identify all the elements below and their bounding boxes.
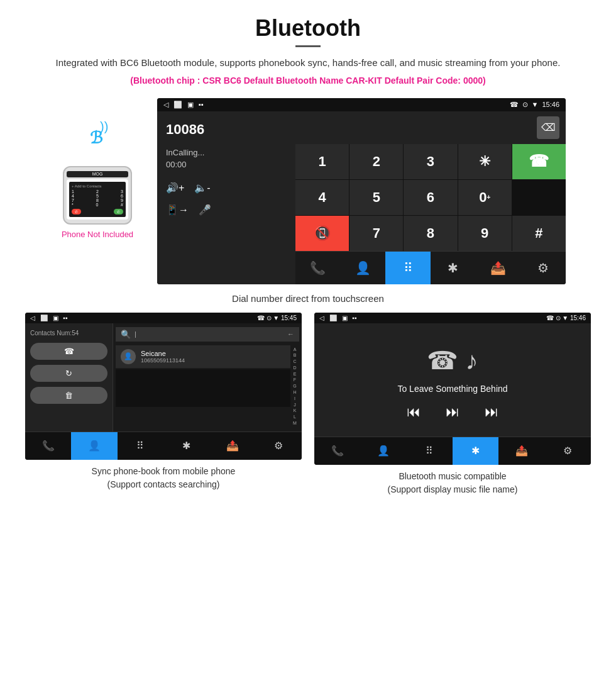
ms-time: ☎ ⊙ ▼ 15:46	[546, 315, 586, 321]
key-9[interactable]: 9	[458, 216, 512, 251]
key-6[interactable]: 6	[404, 180, 457, 215]
alpha-scroll-list: A B C D E F G H I J K L M	[290, 345, 299, 428]
ct-nav-transfer[interactable]: 📤	[209, 432, 255, 460]
contacts-status-left: ◁ ⬜ ▣ ▪▪	[30, 315, 67, 321]
music-caption-line1: Bluetooth music compatible	[399, 471, 506, 481]
volume-up-icon[interactable]: 🔊+	[166, 182, 184, 194]
ms-recents-icon: ▣	[342, 315, 348, 321]
ms-home-icon: ⬜	[329, 315, 337, 321]
keypad-display	[302, 117, 532, 138]
next-track-button[interactable]: ⏭	[485, 404, 498, 420]
call-timer: 00:00	[166, 160, 287, 169]
contacts-sidebar: Contacts Num:54 ☎ ↻ 🗑	[25, 323, 113, 432]
ms-nav-bluetooth[interactable]: ✱	[453, 437, 498, 465]
status-left: ◁ ⬜ ▣ ▪▪	[163, 101, 204, 109]
bottom-screens-section: ◁ ⬜ ▣ ▪▪ ☎ ⊙ ▼ 15:45 Contacts Num:54 ☎ ↻…	[0, 313, 616, 508]
contacts-status-bar: ◁ ⬜ ▣ ▪▪ ☎ ⊙ ▼ 15:45	[25, 313, 302, 323]
music-status-left: ◁ ⬜ ▣ ▪▪	[319, 315, 356, 321]
ms-nav-transfer[interactable]: 📤	[498, 437, 544, 465]
delete-action-button[interactable]: 🗑	[30, 387, 107, 404]
ms-nav-contacts[interactable]: 👤	[360, 437, 406, 465]
dial-left-panel: 10086 InCalling... 00:00 🔊+ 🔈- 📱→ 🎤	[157, 111, 295, 284]
notification-icons: ▪▪	[199, 101, 204, 108]
call-action-button[interactable]: ☎	[30, 343, 107, 360]
page-title: Bluetooth	[38, 15, 578, 42]
music-status-bar: ◁ ⬜ ▣ ▪▪ ☎ ⊙ ▼ 15:46	[314, 313, 591, 323]
contacts-list-empty	[116, 369, 290, 407]
nav-recent-calls[interactable]: 📞	[295, 252, 341, 284]
prev-track-button[interactable]: ⏮	[407, 404, 421, 420]
key-1[interactable]: 1	[295, 144, 349, 179]
phone-not-included-label: Phone Not Included	[62, 230, 133, 239]
key-2[interactable]: 2	[349, 144, 403, 179]
transfer-icon[interactable]: 📱→	[166, 204, 189, 216]
title-underline	[295, 45, 321, 47]
key-7[interactable]: 7	[349, 216, 403, 251]
location-icon: ⊙	[522, 101, 528, 109]
key-5[interactable]: 5	[349, 180, 403, 215]
contact-info: Seicane 10655059113144	[141, 350, 285, 364]
call-end-button[interactable]: 📵	[295, 216, 349, 251]
nav-keypad[interactable]: ⠿	[385, 252, 431, 284]
key-8[interactable]: 8	[404, 216, 457, 251]
ms-nav-recent[interactable]: 📞	[314, 437, 360, 465]
contacts-caption-line2: (Support contacts searching)	[107, 479, 220, 489]
contact-item[interactable]: 👤 Seicane 10655059113144	[116, 345, 290, 368]
keypad-grid: 1 2 3 ✳ ☎ 4 5 6 0+ 📵 7 8 9 #	[295, 144, 566, 251]
key-0plus[interactable]: 0+	[458, 180, 512, 215]
nav-bluetooth[interactable]: ✱	[431, 252, 476, 284]
key-star[interactable]: ✳	[458, 144, 512, 179]
contacts-caption: Sync phone-book from mobile phone (Suppo…	[25, 460, 302, 494]
phone-device-illustration: MOG + Add to Contacts 123 456 789 *0#	[63, 166, 132, 225]
search-icon: 🔍	[121, 330, 131, 339]
header-description: Integrated with BC6 Bluetooth module, su…	[38, 56, 578, 70]
phone-illustration: ℬ )) MOG + Add to Contacts 123 456 789	[50, 98, 145, 284]
search-back-icon[interactable]: ←	[287, 330, 294, 338]
ct-home-icon: ⬜	[40, 315, 48, 321]
ct-notif-icon: ▪▪	[63, 315, 67, 321]
mute-icon[interactable]: 🎤	[199, 204, 211, 216]
ct-back-icon: ◁	[30, 315, 35, 321]
call-accept-button[interactable]: ☎	[512, 144, 566, 179]
ct-nav-contacts[interactable]: 👤	[71, 432, 117, 460]
android-dial-screen: ◁ ⬜ ▣ ▪▪ ☎ ⊙ ▼ 15:46 10086 InCalling... …	[157, 98, 566, 284]
sync-action-button[interactable]: ↻	[30, 365, 107, 382]
contacts-list-row: 👤 Seicane 10655059113144 A B C	[116, 345, 299, 428]
call-status: InCalling...	[166, 148, 287, 157]
play-pause-button[interactable]: ⏭	[446, 404, 459, 420]
contacts-count: Contacts Num:54	[30, 330, 107, 337]
contacts-screen-wrap: ◁ ⬜ ▣ ▪▪ ☎ ⊙ ▼ 15:45 Contacts Num:54 ☎ ↻…	[25, 313, 302, 499]
ct-nav-keypad[interactable]: ⠿	[118, 432, 163, 460]
contacts-screen: ◁ ⬜ ▣ ▪▪ ☎ ⊙ ▼ 15:45 Contacts Num:54 ☎ ↻…	[25, 313, 302, 460]
ct-nav-settings[interactable]: ⚙	[256, 432, 302, 460]
music-playback-controls: ⏮ ⏭ ⏭	[407, 404, 498, 420]
music-screen-wrap: ◁ ⬜ ▣ ▪▪ ☎ ⊙ ▼ 15:46 ☎ ♪ To Leave Someth…	[314, 313, 591, 499]
music-player-body: ☎ ♪ To Leave Something Behind ⏮ ⏭ ⏭	[314, 323, 591, 437]
header-section: Bluetooth Integrated with BC6 Bluetooth …	[0, 0, 616, 92]
contacts-bottom-nav: 📞 👤 ⠿ ✱ 📤 ⚙	[25, 432, 302, 460]
search-input-mock[interactable]: |	[135, 330, 283, 338]
contact-phone: 10655059113144	[141, 357, 285, 364]
ct-nav-recent[interactable]: 📞	[25, 432, 71, 460]
wifi-icon: ▼	[532, 101, 539, 108]
ct-nav-bluetooth[interactable]: ✱	[163, 432, 209, 460]
contacts-main-area: 🔍 | ← 👤 Seicane 10655059113144	[113, 323, 302, 432]
key-4[interactable]: 4	[295, 180, 349, 215]
ms-nav-settings[interactable]: ⚙	[545, 437, 591, 465]
ms-nav-keypad[interactable]: ⠿	[407, 437, 453, 465]
music-song-title: To Leave Something Behind	[397, 384, 507, 394]
key-3[interactable]: 3	[404, 144, 457, 179]
volume-down-icon[interactable]: 🔈-	[194, 182, 210, 194]
status-bar: ◁ ⬜ ▣ ▪▪ ☎ ⊙ ▼ 15:46	[157, 98, 566, 111]
contact-name: Seicane	[141, 350, 285, 357]
specs-line: (Bluetooth chip : CSR BC6 Default Blueto…	[38, 75, 578, 86]
volume-controls: 🔊+ 🔈-	[166, 182, 287, 194]
key-hash[interactable]: #	[512, 216, 566, 251]
nav-contacts[interactable]: 👤	[341, 252, 386, 284]
backspace-button[interactable]: ⌫	[537, 116, 559, 139]
nav-transfer[interactable]: 📤	[476, 252, 521, 284]
music-bottom-nav: 📞 👤 ⠿ ✱ 📤 ⚙	[314, 437, 591, 465]
contacts-status-right: ☎ ⊙ ▼ 15:45	[257, 315, 297, 321]
contacts-caption-line1: Sync phone-book from mobile phone	[92, 466, 236, 476]
nav-settings[interactable]: ⚙	[520, 252, 566, 284]
